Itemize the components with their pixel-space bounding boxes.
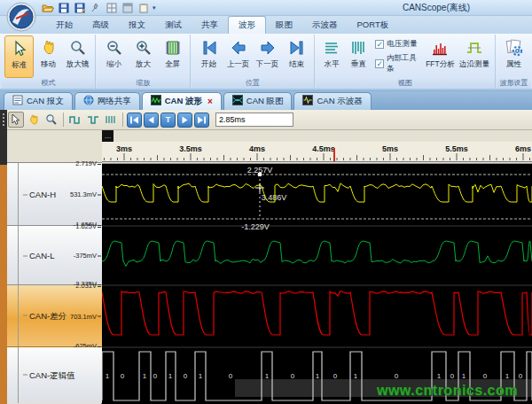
nav-trigger-button[interactable]: T [160, 113, 176, 128]
full-screen-button[interactable]: 全屏 [158, 35, 187, 78]
open-file-icon[interactable] [41, 1, 54, 14]
waveform-toolbar: T [0, 110, 532, 130]
close-tab-icon[interactable]: × [207, 97, 213, 106]
horizontal-button[interactable]: 水平 [318, 35, 345, 78]
zoom-out-button[interactable]: 缩小 [99, 35, 129, 78]
nav-last-button[interactable] [194, 113, 209, 128]
svg-text:5.5ms: 5.5ms [445, 144, 468, 153]
svg-text:0: 0 [229, 372, 233, 380]
channel-row-can-logic[interactable]: CAN-逻辑值 [7, 347, 102, 403]
toolbar-separator [122, 113, 123, 127]
window-icon[interactable] [121, 1, 134, 14]
zoom-tool-button[interactable] [43, 112, 59, 128]
scale-top-value: 2.031V [75, 282, 101, 290]
magnifier-icon [68, 37, 88, 58]
canscope-window: ▾ CANScope(离线) 开始 高级 报文 测试 共享 波形 眼图 示波器 … [0, 0, 532, 404]
svg-text:4.5ms: 4.5ms [312, 144, 335, 153]
waveform-view: 2.719V CAN-H 531.3mV -1.656V 1.625V CAN-… [0, 130, 532, 404]
group-label-view: 视图 [316, 78, 495, 89]
vertical-lines-icon [348, 37, 368, 58]
doc-tab-can-eye[interactable]: CAN 眼图 [223, 92, 293, 110]
voltage-measure-checkbox[interactable]: ✓ 电压测量 [375, 39, 420, 50]
properties-gear-icon [505, 37, 524, 58]
channel-panel-header [7, 130, 102, 163]
layout-grid-icon[interactable] [105, 1, 118, 14]
window-title: CANScope(离线) [365, 2, 507, 14]
properties-button[interactable]: 属性 [499, 35, 528, 78]
save-as-icon[interactable] [73, 1, 86, 14]
cursor-tool-button[interactable] [8, 112, 24, 128]
clipboard-icon[interactable] [137, 1, 150, 14]
ribbon-tab-eye[interactable]: 眼图 [266, 17, 302, 34]
title-bar: ▾ CANScope(离线) [0, 0, 532, 16]
waveform-svg: 2.257V3.486V-1.229V11111111110000000000 [102, 163, 532, 404]
plot-area[interactable]: … 3ms3.5ms4ms4.5ms5ms5.5ms6ms 2.257V3.48… [102, 130, 532, 404]
move-mode-button[interactable]: 移动 [34, 35, 63, 78]
rising-edge-icon[interactable] [67, 112, 83, 128]
pan-tool-button[interactable] [26, 112, 42, 128]
svg-text:1: 1 [106, 372, 110, 380]
channel-name: CAN-差分 [23, 310, 66, 322]
ribbon-tab-test[interactable]: 测试 [155, 17, 192, 34]
standard-mode-button[interactable]: 标准 [4, 35, 34, 78]
scale-top-value: 1.625V [75, 222, 101, 230]
group-label-position: 位置 [192, 78, 314, 89]
scale-mid-value: 531.3mV [70, 190, 101, 198]
channel-row-can-l[interactable]: 1.625V CAN-L -375mV -2.375V [7, 226, 102, 285]
nav-prev-button[interactable] [144, 113, 159, 128]
ribbon: 标准 移动 放大镜 模式 [0, 34, 532, 90]
ribbon-group-zoom: 缩小 放大 全屏 缩放 [97, 35, 191, 89]
pulse-train-icon[interactable] [103, 112, 119, 128]
doc-tab-can-oscilloscope[interactable]: CAN 示波器 [293, 92, 371, 110]
ribbon-tab-waveform[interactable]: 波形 [228, 16, 266, 34]
doc-tab-can-message[interactable]: CAN 报文 [4, 92, 73, 110]
go-end-button[interactable]: 结束 [282, 35, 311, 78]
channel-row-can-diff[interactable]: 2.031V CAN-差分 703.1mV -625mV [7, 285, 102, 347]
edge-measure-button[interactable]: 边沿测量 [457, 35, 492, 78]
fft-analysis-button[interactable]: FFT分析 [424, 35, 457, 78]
prev-page-button[interactable]: 上一页 [223, 35, 253, 78]
channel-selection-strip[interactable] [0, 130, 7, 404]
ribbon-tab-share[interactable]: 共享 [192, 17, 228, 34]
ribbon-tab-port[interactable]: PORT板 [348, 17, 399, 34]
ribbon-tab-start[interactable]: 开始 [46, 17, 82, 34]
prev-page-icon [229, 37, 248, 58]
ribbon-tab-advanced[interactable]: 高级 [82, 17, 119, 34]
ribbon-tab-oscilloscope[interactable]: 示波器 [302, 17, 348, 34]
ribbon-group-mode: 标准 移动 放大镜 模式 [2, 35, 96, 89]
scale-mid-value: -375mV [74, 252, 101, 260]
save-icon[interactable] [57, 1, 70, 14]
full-screen-icon [163, 37, 183, 58]
eye-diagram-icon [232, 95, 243, 107]
ribbon-group-view: 水平 垂直 ✓ 电压测量 ✓ 内部工具条 [316, 35, 496, 89]
falling-edge-icon[interactable] [85, 112, 101, 128]
cursor-time-input[interactable] [215, 113, 293, 127]
nav-next-button[interactable] [177, 113, 192, 128]
globe-icon [83, 95, 94, 107]
doc-tab-can-waveform[interactable]: CAN 波形 × [142, 92, 222, 110]
watermark-text: www.cntronics.com [377, 383, 518, 399]
doc-tab-network-share[interactable]: 网络共享 [74, 92, 140, 110]
ribbon-tab-message[interactable]: 报文 [119, 17, 155, 34]
internal-toolbar-checkbox[interactable]: ✓ 内部工具条 [375, 53, 420, 74]
edge-measure-icon [465, 37, 484, 58]
go-start-button[interactable]: 开始 [194, 35, 223, 78]
document-tab-bar: CAN 报文 网络共享 CAN 波形 × CAN 眼图 CAN 示波器 [0, 90, 532, 110]
toolbar-grip[interactable] [0, 110, 7, 130]
svg-text:-1.229V: -1.229V [241, 222, 270, 231]
svg-text:5ms: 5ms [382, 144, 398, 153]
horizontal-lines-icon [322, 37, 341, 58]
next-page-button[interactable]: 下一页 [253, 35, 282, 78]
pin-icon[interactable] [89, 1, 102, 14]
vertical-button[interactable]: 垂直 [345, 35, 372, 78]
waveform-canvas[interactable]: 2.257V3.486V-1.229V11111111110000000000 … [102, 163, 532, 404]
channel-row-can-h[interactable]: 2.719V CAN-H 531.3mV -1.656V [7, 163, 102, 226]
magnifier-mode-button[interactable]: 放大镜 [63, 35, 92, 78]
nav-first-button[interactable] [127, 113, 142, 128]
app-logo-button[interactable] [5, 1, 37, 33]
toolbar-separator [63, 113, 64, 127]
qat-dropdown-icon[interactable]: ▾ [153, 4, 156, 12]
group-label-zoom: 缩放 [97, 78, 190, 89]
fft-spectrum-icon [430, 37, 450, 58]
zoom-in-button[interactable]: 放大 [129, 35, 158, 78]
